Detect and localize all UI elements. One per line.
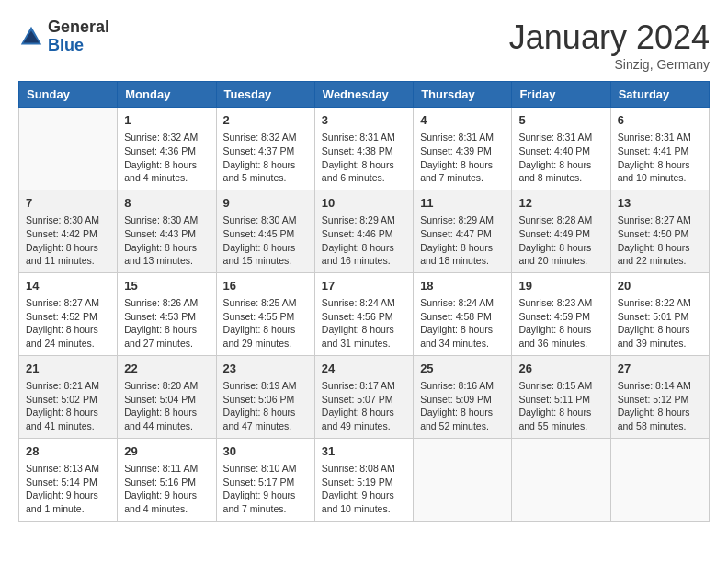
- day-info: Sunrise: 8:30 AMSunset: 4:42 PMDaylight:…: [26, 213, 110, 268]
- day-info: Sunrise: 8:31 AMSunset: 4:38 PMDaylight:…: [322, 131, 406, 185]
- page-header: General Blue January 2024 Sinzig, German…: [18, 18, 710, 72]
- location: Sinzig, Germany: [509, 57, 710, 72]
- day-info: Sunrise: 8:22 AMSunset: 5:01 PMDaylight:…: [618, 296, 702, 350]
- calendar-cell: 5Sunrise: 8:31 AMSunset: 4:40 PMDaylight…: [512, 108, 610, 190]
- weekday-header-monday: Monday: [118, 82, 216, 108]
- calendar-body: 1Sunrise: 8:32 AMSunset: 4:36 PMDaylight…: [19, 108, 710, 522]
- calendar-cell: 29Sunrise: 8:11 AMSunset: 5:16 PMDayligh…: [118, 438, 216, 521]
- calendar-cell: 8Sunrise: 8:30 AMSunset: 4:43 PMDaylight…: [118, 190, 216, 272]
- day-number: 23: [223, 361, 308, 377]
- day-info: Sunrise: 8:11 AMSunset: 5:16 PMDaylight:…: [124, 462, 209, 516]
- calendar-cell: 9Sunrise: 8:30 AMSunset: 4:45 PMDaylight…: [216, 190, 314, 272]
- logo-text: General Blue: [48, 18, 109, 55]
- logo: General Blue: [18, 18, 109, 55]
- calendar-table: SundayMondayTuesdayWednesdayThursdayFrid…: [18, 81, 710, 522]
- calendar-cell: 6Sunrise: 8:31 AMSunset: 4:41 PMDaylight…: [610, 108, 709, 190]
- calendar-cell: 7Sunrise: 8:30 AMSunset: 4:42 PMDaylight…: [19, 190, 118, 272]
- day-info: Sunrise: 8:26 AMSunset: 4:53 PMDaylight:…: [124, 296, 209, 350]
- calendar-cell: [512, 438, 610, 521]
- calendar-cell: 14Sunrise: 8:27 AMSunset: 4:52 PMDayligh…: [19, 272, 118, 355]
- calendar-cell: 21Sunrise: 8:21 AMSunset: 5:02 PMDayligh…: [19, 355, 118, 438]
- logo-icon: [18, 24, 44, 50]
- day-info: Sunrise: 8:14 AMSunset: 5:12 PMDaylight:…: [618, 379, 702, 433]
- calendar-cell: 10Sunrise: 8:29 AMSunset: 4:46 PMDayligh…: [314, 190, 413, 272]
- calendar-cell: 23Sunrise: 8:19 AMSunset: 5:06 PMDayligh…: [216, 355, 314, 438]
- title-block: January 2024 Sinzig, Germany: [509, 18, 710, 72]
- day-number: 24: [322, 361, 406, 377]
- calendar-cell: 22Sunrise: 8:20 AMSunset: 5:04 PMDayligh…: [118, 355, 216, 438]
- calendar-cell: 2Sunrise: 8:32 AMSunset: 4:37 PMDaylight…: [216, 108, 314, 190]
- day-number: 25: [420, 361, 505, 377]
- day-number: 18: [420, 278, 505, 294]
- day-number: 16: [223, 278, 308, 294]
- day-number: 5: [518, 112, 603, 129]
- day-info: Sunrise: 8:25 AMSunset: 4:55 PMDaylight:…: [223, 296, 308, 350]
- day-info: Sunrise: 8:27 AMSunset: 4:52 PMDaylight:…: [26, 296, 110, 350]
- day-info: Sunrise: 8:20 AMSunset: 5:04 PMDaylight:…: [124, 379, 209, 433]
- day-info: Sunrise: 8:16 AMSunset: 5:09 PMDaylight:…: [420, 379, 505, 433]
- week-row-1: 1Sunrise: 8:32 AMSunset: 4:36 PMDaylight…: [19, 108, 710, 190]
- day-info: Sunrise: 8:31 AMSunset: 4:40 PMDaylight:…: [518, 131, 603, 185]
- day-number: 22: [124, 361, 209, 377]
- calendar-cell: 12Sunrise: 8:28 AMSunset: 4:49 PMDayligh…: [512, 190, 610, 272]
- day-number: 1: [124, 112, 209, 129]
- calendar-cell: 25Sunrise: 8:16 AMSunset: 5:09 PMDayligh…: [414, 355, 512, 438]
- weekday-header-row: SundayMondayTuesdayWednesdayThursdayFrid…: [19, 82, 710, 108]
- week-row-2: 7Sunrise: 8:30 AMSunset: 4:42 PMDaylight…: [19, 190, 710, 272]
- day-number: 30: [223, 443, 308, 460]
- day-info: Sunrise: 8:23 AMSunset: 4:59 PMDaylight:…: [518, 296, 603, 350]
- calendar-cell: 13Sunrise: 8:27 AMSunset: 4:50 PMDayligh…: [610, 190, 709, 272]
- day-info: Sunrise: 8:32 AMSunset: 4:37 PMDaylight:…: [223, 131, 308, 185]
- calendar-cell: [19, 108, 118, 190]
- day-number: 4: [420, 112, 505, 129]
- day-number: 31: [322, 443, 406, 460]
- calendar-cell: 18Sunrise: 8:24 AMSunset: 4:58 PMDayligh…: [414, 272, 512, 355]
- day-number: 20: [618, 278, 702, 294]
- day-info: Sunrise: 8:19 AMSunset: 5:06 PMDaylight:…: [223, 379, 308, 433]
- day-info: Sunrise: 8:30 AMSunset: 4:43 PMDaylight:…: [124, 213, 209, 268]
- logo-blue-text: Blue: [48, 37, 109, 55]
- day-number: 27: [618, 361, 702, 377]
- day-number: 28: [26, 443, 110, 460]
- week-row-5: 28Sunrise: 8:13 AMSunset: 5:14 PMDayligh…: [19, 438, 710, 521]
- calendar-cell: 30Sunrise: 8:10 AMSunset: 5:17 PMDayligh…: [216, 438, 314, 521]
- calendar-cell: [610, 438, 709, 521]
- day-number: 21: [26, 361, 110, 377]
- week-row-4: 21Sunrise: 8:21 AMSunset: 5:02 PMDayligh…: [19, 355, 710, 438]
- calendar-cell: 20Sunrise: 8:22 AMSunset: 5:01 PMDayligh…: [610, 272, 709, 355]
- day-number: 3: [322, 112, 406, 129]
- calendar-cell: 19Sunrise: 8:23 AMSunset: 4:59 PMDayligh…: [512, 272, 610, 355]
- day-info: Sunrise: 8:08 AMSunset: 5:19 PMDaylight:…: [322, 462, 406, 516]
- weekday-header-sunday: Sunday: [19, 82, 118, 108]
- calendar-cell: 4Sunrise: 8:31 AMSunset: 4:39 PMDaylight…: [414, 108, 512, 190]
- day-info: Sunrise: 8:29 AMSunset: 4:46 PMDaylight:…: [322, 213, 406, 268]
- calendar-header: SundayMondayTuesdayWednesdayThursdayFrid…: [19, 82, 710, 108]
- day-number: 13: [618, 195, 702, 212]
- weekday-header-saturday: Saturday: [610, 82, 709, 108]
- day-number: 26: [518, 361, 603, 377]
- logo-general-text: General: [48, 18, 109, 37]
- weekday-header-friday: Friday: [512, 82, 610, 108]
- day-number: 6: [618, 112, 702, 129]
- day-info: Sunrise: 8:15 AMSunset: 5:11 PMDaylight:…: [518, 379, 603, 433]
- day-info: Sunrise: 8:31 AMSunset: 4:39 PMDaylight:…: [420, 131, 505, 185]
- day-number: 10: [322, 195, 406, 212]
- day-info: Sunrise: 8:24 AMSunset: 4:58 PMDaylight:…: [420, 296, 505, 350]
- calendar-cell: 27Sunrise: 8:14 AMSunset: 5:12 PMDayligh…: [610, 355, 709, 438]
- day-number: 12: [518, 195, 603, 212]
- day-info: Sunrise: 8:24 AMSunset: 4:56 PMDaylight:…: [322, 296, 406, 350]
- day-number: 17: [322, 278, 406, 294]
- day-info: Sunrise: 8:30 AMSunset: 4:45 PMDaylight:…: [223, 213, 308, 268]
- day-info: Sunrise: 8:13 AMSunset: 5:14 PMDaylight:…: [26, 462, 110, 516]
- day-number: 19: [518, 278, 603, 294]
- day-number: 29: [124, 443, 209, 460]
- calendar-cell: [414, 438, 512, 521]
- day-info: Sunrise: 8:32 AMSunset: 4:36 PMDaylight:…: [124, 131, 209, 185]
- calendar-cell: 24Sunrise: 8:17 AMSunset: 5:07 PMDayligh…: [314, 355, 413, 438]
- weekday-header-thursday: Thursday: [414, 82, 512, 108]
- weekday-header-wednesday: Wednesday: [314, 82, 413, 108]
- day-number: 2: [223, 112, 308, 129]
- day-info: Sunrise: 8:29 AMSunset: 4:47 PMDaylight:…: [420, 213, 505, 268]
- calendar-cell: 16Sunrise: 8:25 AMSunset: 4:55 PMDayligh…: [216, 272, 314, 355]
- weekday-header-tuesday: Tuesday: [216, 82, 314, 108]
